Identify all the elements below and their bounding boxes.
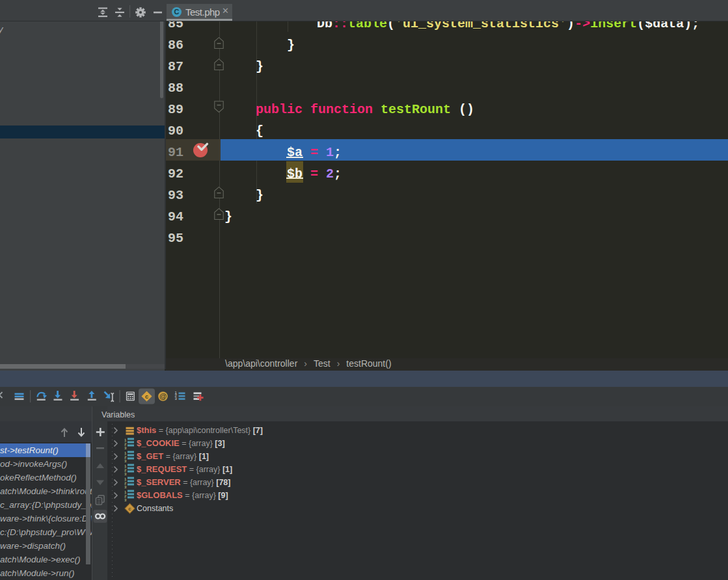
svg-text:3: 3 (124, 472, 127, 476)
svg-text:3: 3 (175, 397, 178, 401)
svg-text:@: @ (159, 392, 167, 400)
svg-text:3: 3 (124, 459, 127, 463)
svg-text:c: c (145, 393, 148, 400)
svg-text:3: 3 (124, 498, 127, 502)
svg-text:c: c (128, 506, 131, 512)
svg-text:3: 3 (124, 446, 127, 450)
svg-text:3: 3 (124, 485, 127, 489)
